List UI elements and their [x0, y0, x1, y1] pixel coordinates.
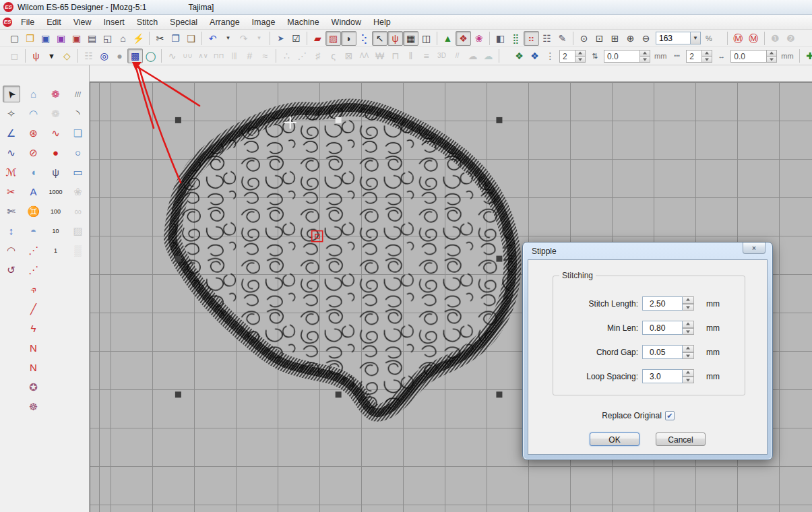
menu-item-special[interactable]: Special [164, 16, 204, 28]
bridge-fill-icon[interactable]: ⊓ [387, 49, 403, 63]
dialog-close-icon[interactable]: × [743, 243, 766, 254]
cloud-fill-1-icon[interactable]: ☁ [465, 49, 480, 63]
save-to-machine-2-icon[interactable]: ▣ [69, 31, 84, 46]
triple-run-icon[interactable]: » [25, 281, 42, 298]
zigzag-lightning-icon[interactable]: ϟ [25, 320, 42, 337]
grid-fill-icon[interactable]: # [242, 49, 257, 63]
wave-fill-icon[interactable]: ≈ [257, 49, 273, 63]
menu-item-edit[interactable]: Edit [40, 16, 67, 28]
menu-item-insert[interactable]: Insert [98, 16, 131, 28]
travel-start-icon[interactable]: ✚ [803, 49, 812, 63]
dome-shape-icon[interactable]: ◠ [25, 105, 42, 122]
parallel-hatch-icon[interactable]: /// [69, 86, 87, 102]
open-folder-icon[interactable]: ❒ [22, 31, 38, 46]
mirror-pair-icon[interactable]: ♊ [25, 203, 42, 220]
peak-fill-icon[interactable]: ΛΛ [356, 49, 372, 63]
redo-icon[interactable]: ↷ [236, 31, 251, 46]
zigzag-run-tool-icon[interactable]: ∿ [3, 144, 20, 161]
show-stitches-icon[interactable]: ▰ [310, 31, 325, 46]
motif-run-icon[interactable]: ⊓⊓ [211, 49, 226, 63]
rows-down-icon[interactable] [575, 56, 586, 63]
cols-down-icon[interactable] [702, 56, 712, 63]
zoom-10-icon[interactable]: 10 [47, 222, 65, 239]
image-disabled-icon[interactable]: ▨ [69, 222, 87, 239]
artistic-view-icon[interactable]: ❖ [456, 31, 471, 46]
design-properties-icon[interactable]: ✎ [555, 31, 570, 46]
satin-stitch-icon[interactable]: ∿ [164, 49, 180, 63]
arc-tool-icon[interactable]: ◝ [69, 105, 87, 122]
n-outline-icon[interactable]: N [25, 340, 42, 356]
sewing-machine-icon[interactable]: ⌂ [115, 31, 131, 46]
flower-disabled-2-icon[interactable]: ❀ [69, 183, 87, 200]
red-column-icon[interactable]: ● [47, 144, 65, 161]
row-spacing-down-icon[interactable] [640, 56, 650, 63]
cut-icon[interactable]: ✂ [152, 31, 168, 46]
cap-frame-icon[interactable]: ◓ [25, 222, 42, 239]
zoom-level-input[interactable]: 163 [656, 32, 691, 44]
menu-item-image[interactable]: Image [246, 16, 282, 28]
row-spacing-up-icon[interactable] [640, 50, 650, 56]
stipple-run-icon[interactable]: ∴ [279, 49, 294, 63]
menu-item-file[interactable]: File [15, 16, 40, 28]
n-striped-icon[interactable]: N [25, 359, 42, 376]
sequence-2-icon[interactable]: ❷ [783, 31, 799, 46]
polygon-select-icon[interactable]: ✧ [3, 105, 20, 122]
selection-handle[interactable] [175, 391, 181, 397]
selection-handle[interactable] [336, 117, 342, 123]
tatami-fill-icon[interactable]: ||| [226, 49, 242, 63]
select-tool-icon[interactable]: ➤ [3, 86, 20, 102]
col-spacing-down-icon[interactable] [767, 56, 777, 63]
selection-handle[interactable] [175, 117, 181, 123]
circle-tool-icon[interactable]: ● [112, 49, 127, 63]
ellipse-rotate-icon[interactable]: ↺ [3, 261, 20, 278]
fence-fill-icon[interactable]: ♯ [310, 49, 325, 63]
stitch-colors-icon[interactable]: ⣿ [508, 31, 524, 46]
wheel-stitch-icon[interactable]: ☸ [25, 398, 42, 415]
binoculars-disabled-icon[interactable]: ∞ [69, 203, 87, 220]
sequence-1-icon[interactable]: ❶ [768, 31, 783, 46]
menu-item-view[interactable]: View [67, 16, 98, 28]
hoop-template-icon[interactable]: ◻ [7, 49, 22, 63]
menu-item-arrange[interactable]: Arrange [204, 16, 245, 28]
rectangle-tool-icon[interactable]: ▭ [69, 164, 87, 181]
show-outlines-icon[interactable]: ◗ [341, 31, 356, 46]
selection-handle[interactable] [496, 256, 502, 262]
contour-fill-icon[interactable]: ≡ [418, 49, 434, 63]
menu-item-stitch[interactable]: Stitch [131, 16, 164, 28]
col-spacing-up-icon[interactable] [767, 50, 777, 56]
chord-gap-input[interactable]: 0.05 [642, 345, 683, 359]
show-hoop-icon[interactable]: ◫ [418, 31, 434, 46]
star-circle-icon[interactable]: ✪ [25, 379, 42, 395]
complex-shape-icon[interactable]: ❏ [69, 125, 87, 141]
menu-item-window[interactable]: Window [325, 16, 367, 28]
replace-original-checkbox[interactable]: ✔ [665, 411, 675, 420]
zoom-1-1-icon[interactable]: ⊙ [576, 31, 592, 46]
run-stitch-1-icon[interactable]: ⋰ [25, 242, 42, 259]
stitch-length-up-icon[interactable] [683, 296, 694, 304]
flower-disabled-icon[interactable]: ❁ [47, 105, 65, 122]
stipple-icon[interactable]: ▩ [127, 49, 143, 63]
cut-stitches-icon[interactable]: ✂ [3, 183, 20, 200]
stitch-list-icon[interactable]: ☷ [539, 31, 555, 46]
show-hatch-icon[interactable]: ▨ [325, 31, 341, 46]
hatch-fill-icon[interactable]: ⋰ [294, 49, 310, 63]
lettering-icon[interactable]: A [25, 183, 42, 200]
loop-spacing-input[interactable]: 3.0 [642, 369, 683, 383]
run-stitch-2-icon[interactable]: ⋰ [25, 261, 42, 278]
chord-gap-down-icon[interactable] [683, 352, 694, 360]
column-fill-icon[interactable]: ‖ [403, 49, 418, 63]
texture-disabled-icon[interactable]: ▒ [69, 242, 87, 259]
selection-handle[interactable] [336, 391, 342, 397]
needle-down-icon[interactable]: ▼ [44, 49, 59, 63]
rows-up-icon[interactable] [575, 50, 586, 56]
zigzag-stitch-icon[interactable]: ∧∨ [195, 49, 211, 63]
min-len-input[interactable]: 0.80 [642, 321, 683, 335]
send-to-machine-icon[interactable]: Ⓜ [746, 31, 761, 46]
zoom-100-icon[interactable]: 100 [47, 203, 65, 220]
fur-effect-icon[interactable]: // [449, 49, 465, 63]
vertex-select-icon[interactable]: ∠ [3, 125, 20, 141]
cancel-button[interactable]: Cancel [656, 433, 706, 446]
zoom-box-icon[interactable]: ⊞ [607, 31, 623, 46]
min-len-up-icon[interactable] [683, 321, 694, 328]
loop-spacing-up-icon[interactable] [683, 369, 694, 377]
